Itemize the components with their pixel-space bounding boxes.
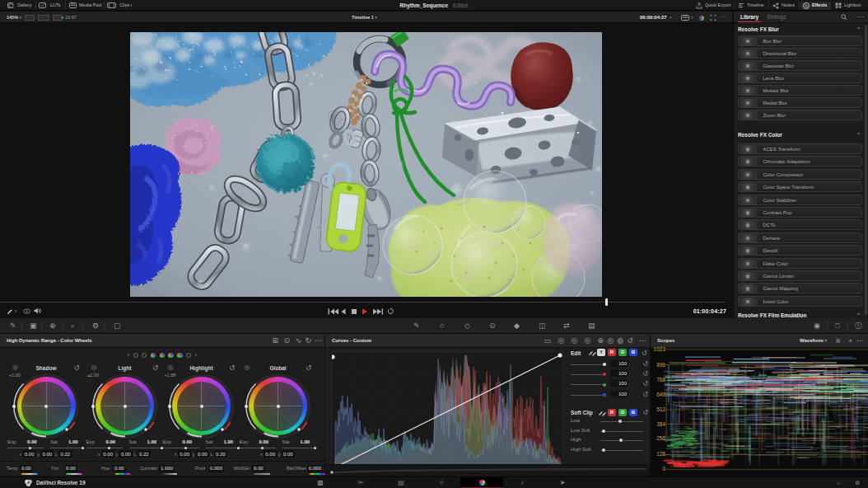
svg-text:fx: fx <box>805 3 808 7</box>
